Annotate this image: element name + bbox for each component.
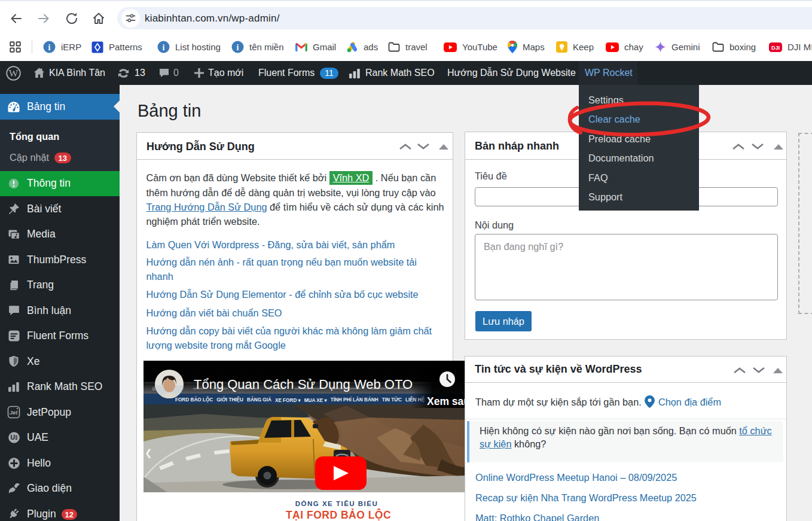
svg-text:U: U	[10, 434, 15, 441]
svg-text:Jet: Jet	[10, 409, 19, 416]
svg-text:i: i	[237, 43, 239, 52]
svg-text:DJI: DJI	[771, 44, 780, 50]
svg-text:W: W	[9, 68, 19, 79]
svg-text:i: i	[163, 43, 165, 52]
svg-text:i: i	[48, 43, 51, 52]
